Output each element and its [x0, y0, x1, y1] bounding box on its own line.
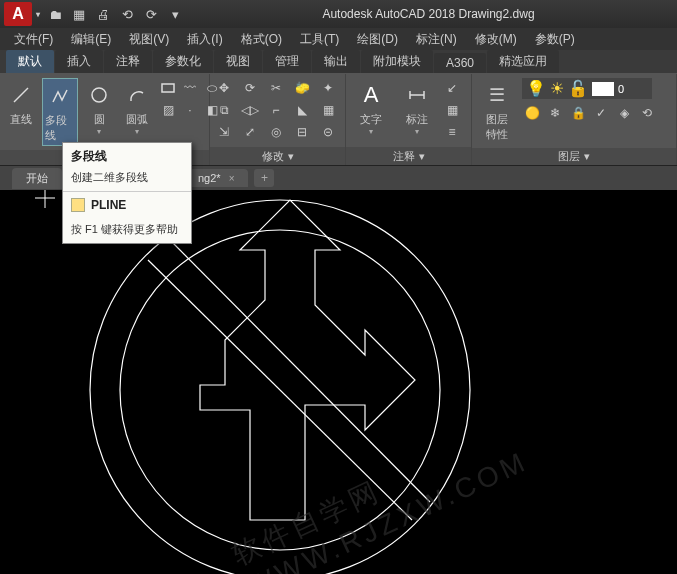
menu-bar: 文件(F) 编辑(E) 视图(V) 插入(I) 格式(O) 工具(T) 绘图(D… [0, 28, 677, 50]
tab-annotate[interactable]: 注释 [104, 50, 152, 73]
tooltip-title: 多段线 [63, 143, 191, 170]
arc-button[interactable]: 圆弧 ▾ [120, 78, 154, 138]
menu-format[interactable]: 格式(O) [233, 29, 290, 50]
leader-icon[interactable]: ↙ [442, 78, 462, 98]
qat-save-icon[interactable]: ▦ [70, 5, 88, 23]
tab-view[interactable]: 视图 [214, 50, 262, 73]
drawing-canvas[interactable]: 软件自学网 WWW.RJZXW.COM [0, 190, 677, 574]
layers-icon: ☰ [482, 80, 512, 110]
break-icon[interactable]: ⊝ [318, 122, 338, 142]
polyline-icon [45, 81, 75, 111]
scale-icon[interactable]: ⤢ [240, 122, 260, 142]
chevron-down-icon: ▾ [369, 127, 373, 136]
menu-tools[interactable]: 工具(T) [292, 29, 347, 50]
layer-properties-button[interactable]: ☰ 图层 特性 [476, 78, 518, 144]
command-icon [71, 198, 85, 212]
ribbon-tabs: 默认 插入 注释 参数化 视图 管理 输出 附加模块 A360 精选应用 [0, 50, 677, 74]
panel-title-layers[interactable]: 图层 ▾ [472, 148, 676, 165]
fillet-icon[interactable]: ⌐ [266, 100, 286, 120]
hatch-icon[interactable]: ▨ [158, 100, 178, 120]
spline-icon[interactable]: 〰 [180, 78, 200, 98]
chevron-down-icon: ▾ [415, 127, 419, 136]
dimension-button[interactable]: 标注 ▾ [396, 78, 438, 138]
qat-redo-icon[interactable]: ⟳ [142, 5, 160, 23]
text-icon: A [356, 80, 386, 110]
stretch-icon[interactable]: ⇲ [214, 122, 234, 142]
mirror-icon[interactable]: ◁▷ [240, 100, 260, 120]
file-tab-start[interactable]: 开始 [12, 168, 62, 189]
arc-icon [122, 80, 152, 110]
chevron-down-icon: ▾ [135, 127, 139, 136]
layer-freeze-icon[interactable]: ❄ [545, 103, 565, 123]
menu-insert[interactable]: 插入(I) [179, 29, 230, 50]
menu-draw[interactable]: 绘图(D) [349, 29, 406, 50]
menu-parametric[interactable]: 参数(P) [527, 29, 583, 50]
tab-a360[interactable]: A360 [434, 53, 486, 73]
window-title: Autodesk AutoCAD 2018 Drawing2.dwg [184, 7, 673, 21]
lock-icon: 🔓 [568, 79, 588, 98]
rectangle-icon[interactable] [158, 78, 178, 98]
explode-icon[interactable]: ✦ [318, 78, 338, 98]
chamfer-icon[interactable]: ◣ [292, 100, 312, 120]
sun-icon: ☀ [550, 79, 564, 98]
layer-name: 0 [618, 83, 624, 95]
menu-file[interactable]: 文件(F) [6, 29, 61, 50]
menu-dimension[interactable]: 标注(N) [408, 29, 465, 50]
panel-title-modify[interactable]: 修改 ▾ [210, 147, 345, 165]
layer-match-icon[interactable]: ✓ [591, 103, 611, 123]
panel-modify: ✥ ⟳ ✂ 🧽 ✦ ⧉ ◁▷ ⌐ ◣ ▦ ⇲ ⤢ ◎ ⊟ ⊝ 修改 ▾ [210, 74, 346, 165]
new-tab-button[interactable]: + [254, 169, 274, 187]
close-icon[interactable]: × [229, 173, 235, 184]
align-icon[interactable]: ⊟ [292, 122, 312, 142]
menu-modify[interactable]: 修改(M) [467, 29, 525, 50]
menu-edit[interactable]: 编辑(E) [63, 29, 119, 50]
tab-featured[interactable]: 精选应用 [487, 50, 559, 73]
panel-title-annotate[interactable]: 注释 ▾ [346, 147, 471, 165]
bulb-icon: 💡 [526, 79, 546, 98]
svg-rect-2 [162, 84, 174, 92]
text-button[interactable]: A 文字 ▾ [350, 78, 392, 138]
move-icon[interactable]: ✥ [214, 78, 234, 98]
layer-selector[interactable]: 💡 ☀ 🔓 0 [522, 78, 652, 99]
annotate-mini: ↙ ▦ ≡ [442, 78, 462, 142]
menu-view[interactable]: 视图(V) [121, 29, 177, 50]
qat-more-icon[interactable]: ▾ [166, 5, 184, 23]
line-icon [6, 80, 36, 110]
circle-icon [84, 80, 114, 110]
tooltip-polyline: 多段线 创建二维多段线 PLINE 按 F1 键获得更多帮助 [62, 142, 192, 244]
point-icon[interactable]: · [180, 100, 200, 120]
qat-undo-icon[interactable]: ⟲ [118, 5, 136, 23]
qat-print-icon[interactable]: 🖨 [94, 5, 112, 23]
svg-line-0 [14, 88, 28, 102]
layer-prev-icon[interactable]: ⟲ [637, 103, 657, 123]
table-icon[interactable]: ▦ [442, 100, 462, 120]
erase-icon[interactable]: 🧽 [292, 78, 312, 98]
tab-parametric[interactable]: 参数化 [153, 50, 213, 73]
layer-off-icon[interactable]: 🟡 [522, 103, 542, 123]
tooltip-description: 创建二维多段线 [63, 170, 191, 191]
layer-lock-icon[interactable]: 🔒 [568, 103, 588, 123]
copy-icon[interactable]: ⧉ [214, 100, 234, 120]
rotate-icon[interactable]: ⟳ [240, 78, 260, 98]
dimension-icon [402, 80, 432, 110]
offset-icon[interactable]: ◎ [266, 122, 286, 142]
tab-insert[interactable]: 插入 [55, 50, 103, 73]
qat-open-icon[interactable]: 🖿 [46, 5, 64, 23]
polyline-button[interactable]: 多段线 [42, 78, 78, 146]
app-menu-button[interactable]: A [4, 2, 32, 26]
array-icon[interactable]: ▦ [318, 100, 338, 120]
tab-default[interactable]: 默认 [6, 50, 54, 73]
layer-iso-icon[interactable]: ◈ [614, 103, 634, 123]
layer-tools: 🟡 ❄ 🔒 ✓ ◈ ⟲ [522, 103, 672, 123]
mtext-icon[interactable]: ≡ [442, 122, 462, 142]
modify-tools: ✥ ⟳ ✂ 🧽 ✦ ⧉ ◁▷ ⌐ ◣ ▦ ⇲ ⤢ ◎ ⊟ ⊝ [214, 78, 342, 142]
quick-access-toolbar: 🖿 ▦ 🖨 ⟲ ⟳ ▾ [46, 5, 184, 23]
trim-icon[interactable]: ✂ [266, 78, 286, 98]
circle-button[interactable]: 圆 ▾ [82, 78, 116, 138]
tab-manage[interactable]: 管理 [263, 50, 311, 73]
tab-addins[interactable]: 附加模块 [361, 50, 433, 73]
tab-output[interactable]: 输出 [312, 50, 360, 73]
layer-color-swatch [592, 82, 614, 96]
line-button[interactable]: 直线 [4, 78, 38, 129]
file-tab-drawing[interactable]: ng2*× [184, 169, 248, 187]
